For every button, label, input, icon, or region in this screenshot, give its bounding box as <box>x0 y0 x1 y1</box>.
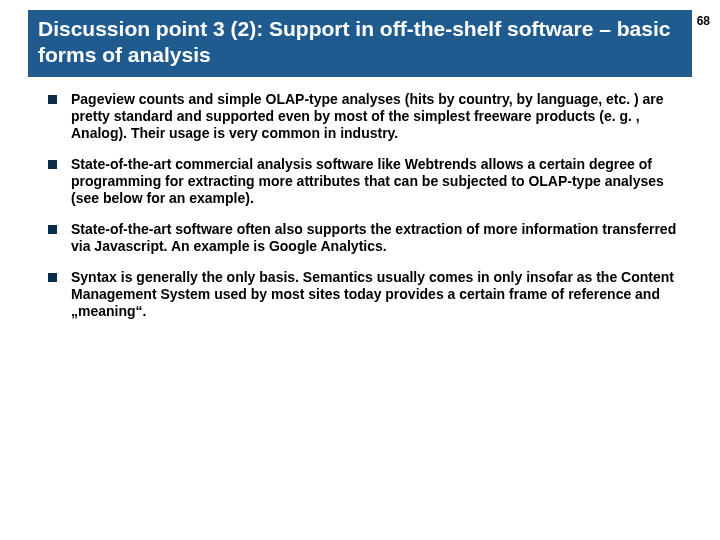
bullet-text: Syntax is generally the only basis. Sema… <box>71 269 680 320</box>
slide: 68 Discussion point 3 (2): Support in of… <box>0 10 720 540</box>
list-item: State-of-the-art commercial analysis sof… <box>48 156 680 207</box>
bullet-square-icon <box>48 95 57 104</box>
list-item: State-of-the-art software often also sup… <box>48 221 680 255</box>
bullet-text: State-of-the-art commercial analysis sof… <box>71 156 680 207</box>
bullet-square-icon <box>48 160 57 169</box>
bullet-square-icon <box>48 225 57 234</box>
bullet-list: Pageview counts and simple OLAP-type ana… <box>48 91 680 321</box>
list-item: Syntax is generally the only basis. Sema… <box>48 269 680 320</box>
bullet-square-icon <box>48 273 57 282</box>
title-bar: Discussion point 3 (2): Support in off-t… <box>28 10 692 77</box>
page-number: 68 <box>697 14 710 28</box>
bullet-text: Pageview counts and simple OLAP-type ana… <box>71 91 680 142</box>
bullet-text: State-of-the-art software often also sup… <box>71 221 680 255</box>
slide-title: Discussion point 3 (2): Support in off-t… <box>38 16 682 69</box>
list-item: Pageview counts and simple OLAP-type ana… <box>48 91 680 142</box>
